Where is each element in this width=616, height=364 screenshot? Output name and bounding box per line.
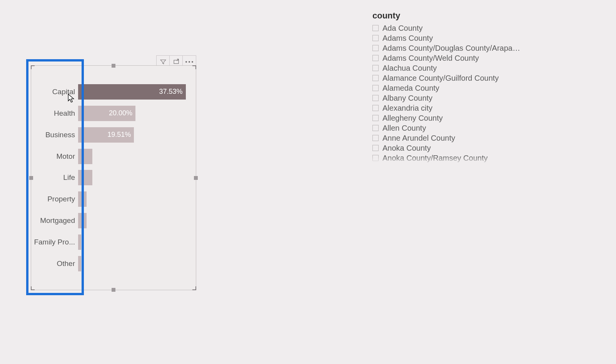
category-label: Family Pro...: [31, 238, 78, 246]
category-label: Capital: [31, 88, 78, 96]
checkbox[interactable]: [372, 55, 379, 61]
bars-area: Capital37.53%Health20.00%Business19.51%M…: [31, 81, 193, 274]
slicer-title: county: [372, 11, 523, 21]
bar[interactable]: [78, 149, 92, 164]
category-label: Life: [31, 173, 78, 182]
bar[interactable]: 37.53%: [78, 84, 186, 100]
category-label: Business: [31, 131, 78, 139]
bar-track: 19.51%: [78, 124, 193, 146]
slicer-item[interactable]: Anne Arundel County: [372, 133, 523, 143]
slicer-item-label: Anoka County/Ramsey County: [382, 154, 487, 163]
bar[interactable]: [78, 170, 92, 185]
slicer-item-label: Alexandria city: [382, 104, 432, 113]
checkbox[interactable]: [372, 135, 379, 141]
slicer-item-label: Alamance County/Guilford County: [382, 74, 499, 83]
slicer-item[interactable]: Adams County/Douglas County/Arapahoe ...: [372, 43, 523, 53]
resize-handle[interactable]: [194, 176, 198, 180]
bar-track: 37.53%: [78, 81, 193, 103]
checkbox[interactable]: [372, 65, 379, 71]
slicer-item[interactable]: Allen County: [372, 123, 523, 133]
slicer-item[interactable]: Allegheny County: [372, 113, 523, 123]
bar-row[interactable]: Mortgaged: [31, 210, 193, 231]
checkbox[interactable]: [372, 85, 379, 91]
resize-handle[interactable]: [192, 65, 196, 69]
checkbox[interactable]: [372, 125, 379, 131]
bar-track: [78, 253, 193, 274]
ellipsis-icon: [185, 61, 193, 63]
resize-handle[interactable]: [112, 64, 115, 68]
resize-handle[interactable]: [31, 286, 35, 290]
slicer-item[interactable]: Alamance County/Guilford County: [372, 73, 523, 83]
bar-row[interactable]: Capital37.53%: [31, 81, 193, 103]
slicer-item-label: Allen County: [382, 124, 426, 133]
category-label: Mortgaged: [31, 216, 78, 225]
slicer-item[interactable]: Albany County: [372, 93, 523, 103]
checkbox[interactable]: [372, 95, 379, 101]
bar-row[interactable]: Health20.00%: [31, 103, 193, 124]
bar-chart[interactable]: Capital37.53%Health20.00%Business19.51%M…: [31, 65, 196, 290]
checkbox[interactable]: [372, 105, 379, 111]
bar-row[interactable]: Motor: [31, 146, 193, 167]
slicer-item[interactable]: Aransas County/Kleberg County/Nueces C..…: [372, 163, 523, 166]
slicer-item-label: Adams County: [382, 34, 433, 43]
slicer-item-label: Adams County/Douglas County/Arapahoe ...: [382, 44, 523, 53]
slicer-item-label: Ada County: [382, 24, 423, 33]
slicer-item[interactable]: Adams County/Weld County: [372, 53, 523, 63]
category-label: Other: [31, 259, 78, 268]
slicer-item[interactable]: Anoka County: [372, 143, 523, 153]
checkbox[interactable]: [372, 115, 379, 121]
focus-icon: [173, 58, 180, 65]
slicer-item-label: Allegheny County: [382, 114, 443, 123]
bar[interactable]: [78, 256, 81, 271]
slicer-item-label: Anne Arundel County: [382, 134, 455, 143]
bar-track: [78, 146, 193, 167]
category-label: Property: [31, 195, 78, 203]
bar[interactable]: [78, 191, 87, 207]
slicer-item-label: Alachua County: [382, 64, 437, 73]
bar[interactable]: [78, 234, 81, 250]
checkbox[interactable]: [372, 25, 379, 31]
bar[interactable]: 19.51%: [78, 127, 134, 143]
svg-rect-0: [174, 60, 179, 64]
bar[interactable]: 20.00%: [78, 106, 135, 121]
category-label: Health: [31, 109, 78, 118]
chart-visual-container[interactable]: Capital37.53%Health20.00%Business19.51%M…: [31, 65, 196, 290]
bar-row[interactable]: Other: [31, 253, 193, 274]
resize-handle[interactable]: [31, 65, 35, 69]
bar-row[interactable]: Life: [31, 167, 193, 189]
data-label: 20.00%: [109, 109, 132, 117]
filter-icon: [160, 58, 167, 65]
slicer-item[interactable]: Alexandria city: [372, 103, 523, 113]
slicer-item[interactable]: Adams County: [372, 33, 523, 43]
data-label: 19.51%: [107, 131, 131, 139]
slicer-item[interactable]: Anoka County/Ramsey County: [372, 153, 523, 163]
category-label: Motor: [31, 152, 78, 161]
checkbox[interactable]: [372, 165, 379, 166]
slicer-item[interactable]: Alachua County: [372, 63, 523, 73]
data-label: 37.53%: [159, 88, 183, 96]
resize-handle[interactable]: [112, 288, 115, 292]
slicer-item-label: Aransas County/Kleberg County/Nueces C..…: [382, 164, 523, 167]
slicer-item[interactable]: Ada County: [372, 23, 523, 33]
checkbox[interactable]: [372, 35, 379, 41]
bar[interactable]: [78, 213, 87, 228]
bar-track: [78, 167, 193, 189]
county-slicer[interactable]: county Ada CountyAdams CountyAdams Count…: [372, 11, 523, 166]
checkbox[interactable]: [372, 145, 379, 151]
checkbox[interactable]: [372, 75, 379, 81]
bar-track: [78, 210, 193, 231]
slicer-item-label: Alameda County: [382, 84, 439, 93]
checkbox[interactable]: [372, 155, 379, 161]
bar-row[interactable]: Family Pro...: [31, 231, 193, 253]
bar-track: 20.00%: [78, 103, 193, 124]
slicer-item-label: Adams County/Weld County: [382, 54, 479, 63]
resize-handle[interactable]: [192, 286, 196, 290]
slicer-list[interactable]: Ada CountyAdams CountyAdams County/Dougl…: [372, 23, 523, 166]
bar-row[interactable]: Property: [31, 188, 193, 210]
slicer-item-label: Anoka County: [382, 144, 431, 153]
bar-row[interactable]: Business19.51%: [31, 124, 193, 146]
bar-track: [78, 231, 193, 253]
checkbox[interactable]: [372, 45, 379, 51]
slicer-item[interactable]: Alameda County: [372, 83, 523, 93]
bar-track: [78, 188, 193, 210]
